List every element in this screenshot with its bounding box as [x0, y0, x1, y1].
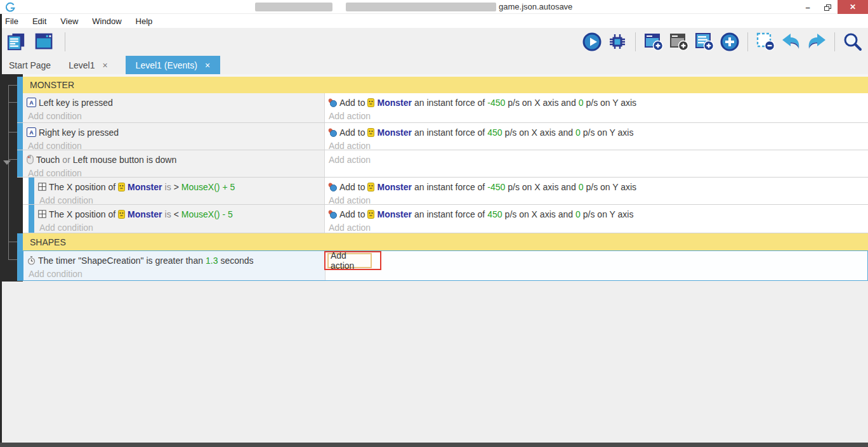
mouse-icon: [27, 155, 34, 164]
force-action-icon: [327, 209, 337, 219]
event-selection-bar[interactable]: [29, 178, 34, 204]
undo-icon: [781, 32, 801, 52]
event-selection-bar[interactable]: [17, 150, 23, 177]
tab-label: Level1: [69, 60, 95, 70]
undo-button[interactable]: [781, 32, 801, 52]
redacted-title-text: [255, 3, 332, 11]
add-sub-event-button[interactable]: [694, 32, 714, 52]
event-conditions: The timer "ShapeCreation" is greater tha…: [23, 251, 326, 280]
collapse-toggle-icon[interactable]: [3, 160, 11, 165]
sub-event-row: The X position of Monster is < MouseX() …: [23, 205, 868, 233]
delete-selection-button[interactable]: [756, 32, 776, 52]
menu-window[interactable]: Window: [85, 16, 128, 26]
event-selection-bar[interactable]: [17, 93, 23, 122]
monster-object-icon: [118, 210, 125, 219]
title-bar: game.json.autosave – ✕: [0, 0, 868, 14]
redo-icon: [806, 32, 827, 52]
condition-timer[interactable]: The timer "ShapeCreation" is greater tha…: [27, 254, 325, 267]
tree-line: [8, 85, 9, 259]
monster-object-icon: [118, 183, 125, 191]
toolbar: [0, 28, 868, 56]
minimize-button[interactable]: –: [798, 0, 817, 14]
event-actions: Add to Monster an instant force of -450 …: [325, 178, 868, 204]
force-action-icon: [327, 127, 337, 137]
menu-file[interactable]: File: [0, 16, 25, 26]
event-conditions: The X position of Monster is < MouseX() …: [34, 205, 325, 233]
event-actions: Add action: [325, 150, 868, 177]
event-actions: Add action: [326, 251, 867, 280]
event-row: Touch or Left mouse button is down Add c…: [17, 150, 868, 178]
condition-x-position[interactable]: The X position of Monster is < MouseX() …: [38, 207, 324, 221]
event-selection-bar[interactable]: [17, 77, 23, 93]
event-conditions: Touch or Left mouse button is down Add c…: [23, 150, 325, 177]
event-actions: Add to Monster an instant force of 450 p…: [325, 123, 868, 150]
keyboard-key-icon: A: [27, 98, 36, 107]
add-action-button[interactable]: Add action: [327, 153, 868, 166]
window-title: game.json.autosave: [499, 2, 572, 11]
keyboard-key-icon: A: [27, 127, 36, 137]
add-comment-icon: [669, 32, 689, 52]
monster-object-icon: [367, 183, 374, 191]
add-action-button[interactable]: Add action: [327, 221, 868, 234]
tree-line: [8, 242, 17, 242]
add-event-button[interactable]: [643, 32, 664, 52]
restore-button[interactable]: [819, 0, 836, 14]
add-condition-button[interactable]: Add condition: [27, 109, 324, 122]
monster-object-icon: [367, 98, 374, 107]
add-circle-icon: [720, 32, 740, 52]
action-add-force[interactable]: Add to Monster an instant force of 450 p…: [327, 207, 868, 221]
force-action-icon: [327, 98, 337, 107]
menu-view[interactable]: View: [53, 16, 85, 26]
sub-event-row: The X position of Monster is > MouseX() …: [23, 178, 868, 205]
condition-x-position[interactable]: The X position of Monster is > MouseX() …: [38, 180, 324, 193]
tree-line: [8, 159, 17, 160]
menu-help[interactable]: Help: [129, 16, 160, 26]
debug-button[interactable]: [607, 32, 628, 52]
tab-level1[interactable]: Level1 ×: [60, 56, 116, 74]
add-action-button[interactable]: Add action: [327, 109, 868, 122]
preview-button[interactable]: [582, 32, 602, 52]
menu-bar: File Edit View Window Help: [0, 14, 868, 28]
close-button[interactable]: ✕: [838, 0, 868, 14]
search-button[interactable]: [843, 32, 863, 52]
section-header-shapes[interactable]: SHAPES: [17, 233, 868, 250]
annotation-highlight-box: [324, 251, 381, 270]
condition-right-key[interactable]: A Right key is pressed: [27, 126, 324, 139]
add-condition-button[interactable]: Add condition: [27, 267, 325, 280]
tab-start-page[interactable]: Start Page: [0, 56, 60, 74]
action-add-force[interactable]: Add to Monster an instant force of -450 …: [327, 180, 868, 193]
project-manager-button[interactable]: [6, 32, 27, 52]
add-comment-button[interactable]: [669, 32, 689, 52]
event-conditions: A Right key is pressed Add condition: [23, 123, 325, 150]
restore-icon: [824, 4, 831, 10]
event-selection-bar[interactable]: [17, 123, 23, 150]
menu-edit[interactable]: Edit: [25, 16, 53, 26]
section-header-monster[interactable]: MONSTER: [17, 77, 868, 93]
section-label: MONSTER: [23, 77, 868, 93]
tab-label: Start Page: [9, 60, 51, 70]
position-icon: [38, 210, 46, 218]
event-selection-bar[interactable]: [17, 233, 23, 250]
delete-selection-icon: [756, 32, 776, 52]
event-selection-bar[interactable]: [29, 205, 34, 233]
event-row: A Left key is pressed Add condition Add …: [17, 93, 868, 123]
tab-close-icon[interactable]: ×: [102, 60, 107, 70]
action-add-force[interactable]: Add to Monster an instant force of -450 …: [327, 96, 868, 109]
redo-button[interactable]: [806, 32, 827, 52]
scene-editor-button[interactable]: [34, 32, 55, 52]
project-manager-icon: [7, 32, 26, 51]
add-condition-button[interactable]: Add condition: [38, 221, 324, 234]
monster-object-icon: [367, 128, 374, 137]
event-actions: Add to Monster an instant force of -450 …: [325, 93, 868, 122]
tab-level1-events[interactable]: Level1 (Events) ×: [126, 56, 220, 74]
tree-line: [8, 85, 17, 86]
tab-close-icon[interactable]: ×: [205, 60, 210, 70]
tree-line: [8, 259, 17, 260]
add-other-event-button[interactable]: [720, 32, 740, 52]
window-left-edge: [0, 14, 2, 447]
condition-left-key[interactable]: A Left key is pressed: [27, 96, 324, 109]
event-selection-bar[interactable]: [18, 251, 23, 280]
event-row: A Right key is pressed Add condition Add…: [17, 123, 868, 150]
action-add-force[interactable]: Add to Monster an instant force of 450 p…: [327, 126, 868, 139]
condition-touch-mouse[interactable]: Touch or Left mouse button is down: [27, 153, 324, 166]
